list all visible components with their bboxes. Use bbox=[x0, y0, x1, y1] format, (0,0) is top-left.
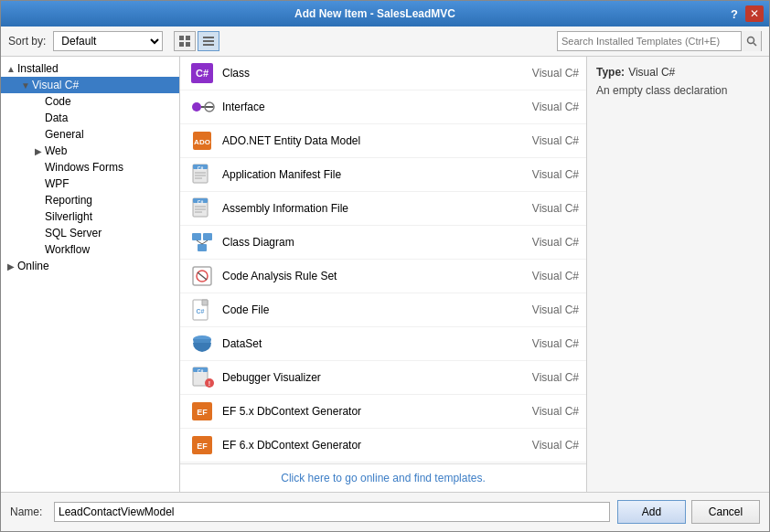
list-item[interactable]: Code Analysis Rule Set Visual C# bbox=[180, 260, 586, 293]
sidebar-item-data[interactable]: Data bbox=[1, 110, 179, 126]
sidebar-label-online: Online bbox=[17, 260, 49, 272]
sidebar-item-silverlight[interactable]: Silverlight bbox=[1, 208, 179, 225]
sidebar-item-online[interactable]: ▶ Online bbox=[1, 258, 179, 274]
name-input[interactable] bbox=[54, 502, 610, 522]
list-item[interactable]: C# Code File Visual C# bbox=[180, 293, 586, 327]
list-item[interactable]: C# ! Debugger Visualizer Visual C# bbox=[180, 361, 586, 395]
list-item[interactable]: EF EF 6.x DbContext Generator Visual C# bbox=[180, 429, 586, 463]
class-icon: C# bbox=[187, 60, 217, 86]
info-type-value: Visual C# bbox=[628, 66, 675, 79]
item-type-adonet: Visual C# bbox=[506, 134, 579, 147]
close-button[interactable]: ✕ bbox=[745, 5, 764, 22]
codefile-icon: C# bbox=[187, 297, 217, 323]
item-type-dataset: Visual C# bbox=[506, 337, 579, 350]
list-item[interactable]: EF EF 5.x DbContext Generator Visual C# bbox=[180, 395, 586, 429]
item-type-interface: Visual C# bbox=[506, 101, 579, 113]
add-button[interactable]: Add bbox=[617, 500, 686, 524]
bottom-bar: Name: Add Cancel bbox=[1, 492, 769, 531]
sidebar-label-sql-server: SQL Server bbox=[45, 227, 102, 239]
svg-rect-5 bbox=[203, 40, 214, 42]
online-link[interactable]: Click here to go online and find templat… bbox=[281, 472, 485, 484]
sidebar-item-windows-forms[interactable]: Windows Forms bbox=[1, 159, 179, 176]
manifest-icon: C# bbox=[187, 162, 217, 187]
sidebar-label-wpf: WPF bbox=[45, 177, 70, 190]
item-type-debugger: Visual C# bbox=[506, 371, 579, 384]
toggle-online: ▶ bbox=[5, 261, 17, 271]
cancel-button[interactable]: Cancel bbox=[691, 500, 760, 524]
sidebar-label-code: Code bbox=[45, 95, 71, 108]
title-bar: Add New Item - SalesLeadMVC ? ✕ bbox=[1, 1, 769, 27]
info-type-row: Type: Visual C# bbox=[596, 66, 760, 79]
interface-icon bbox=[187, 94, 217, 120]
online-link-bar: Click here to go online and find templat… bbox=[180, 463, 586, 492]
sort-select[interactable]: Default Name Type bbox=[53, 31, 163, 51]
item-type-assembly-info: Visual C# bbox=[506, 202, 579, 215]
search-input[interactable] bbox=[558, 36, 741, 47]
list-item[interactable]: Class Diagram Visual C# bbox=[180, 226, 586, 260]
ef6-icon: EF bbox=[187, 432, 217, 458]
list-item[interactable]: Interface Visual C# bbox=[180, 90, 586, 124]
grid-view-button[interactable] bbox=[174, 31, 196, 51]
sidebar-label-silverlight: Silverlight bbox=[45, 210, 92, 223]
svg-rect-4 bbox=[203, 37, 214, 38]
list-item[interactable]: ADO ADO.NET Entity Data Model Visual C# bbox=[180, 124, 586, 158]
debugger-icon: C# ! bbox=[187, 365, 217, 390]
svg-text:C#: C# bbox=[198, 368, 204, 374]
dataset-icon bbox=[187, 331, 217, 356]
list-item[interactable]: C# Class Visual C# bbox=[180, 57, 586, 90]
list-view-button[interactable] bbox=[198, 31, 219, 51]
svg-rect-30 bbox=[198, 244, 207, 251]
sidebar-item-workflow[interactable]: Workflow bbox=[1, 241, 179, 258]
sort-label: Sort by: bbox=[8, 35, 46, 48]
item-type-class-diagram: Visual C# bbox=[506, 236, 579, 249]
analysis-icon bbox=[187, 263, 217, 289]
list-item[interactable]: C# Application Manifest File Visual C# bbox=[180, 158, 586, 192]
assembly-icon: C# bbox=[187, 196, 217, 221]
item-name-class-diagram: Class Diagram bbox=[222, 236, 506, 249]
svg-text:!: ! bbox=[209, 380, 210, 387]
svg-rect-0 bbox=[179, 36, 184, 40]
sidebar: ▲ Installed ▼ Visual C# Code Data Genera… bbox=[1, 57, 180, 492]
item-name-class: Class bbox=[222, 67, 506, 80]
svg-text:C#: C# bbox=[198, 165, 204, 171]
item-name-interface: Interface bbox=[222, 101, 506, 113]
diagram-icon bbox=[187, 229, 217, 255]
item-name-debugger: Debugger Visualizer bbox=[222, 371, 506, 384]
item-type-code-analysis: Visual C# bbox=[506, 270, 579, 282]
svg-rect-29 bbox=[203, 233, 212, 240]
item-type-ef5: Visual C# bbox=[506, 405, 579, 418]
svg-line-32 bbox=[202, 240, 208, 244]
item-name-dataset: DataSet bbox=[222, 337, 506, 350]
adonet-icon: ADO bbox=[187, 128, 217, 154]
svg-text:C#: C# bbox=[197, 308, 205, 314]
item-name-adonet: ADO.NET Entity Data Model bbox=[222, 134, 506, 147]
sidebar-item-visual-cs[interactable]: ▼ Visual C# bbox=[1, 77, 179, 93]
sidebar-item-general[interactable]: General bbox=[1, 126, 179, 143]
sidebar-item-web[interactable]: ▶ Web bbox=[1, 143, 179, 159]
sidebar-item-sql-server[interactable]: SQL Server bbox=[1, 225, 179, 241]
item-type-code-file: Visual C# bbox=[506, 303, 579, 316]
sidebar-label-general: General bbox=[45, 128, 84, 141]
item-name-code-file: Code File bbox=[222, 303, 506, 316]
item-name-assembly-info: Assembly Information File bbox=[222, 202, 506, 215]
list-item[interactable]: DataSet Visual C# bbox=[180, 327, 586, 361]
search-icon-button[interactable] bbox=[741, 31, 761, 51]
ef5-icon: EF bbox=[187, 399, 217, 424]
sidebar-item-installed[interactable]: ▲ Installed bbox=[1, 60, 179, 77]
sidebar-item-code[interactable]: Code bbox=[1, 93, 179, 110]
list-item[interactable]: C# Assembly Information File Visual C# bbox=[180, 192, 586, 226]
info-description: An empty class declaration bbox=[596, 84, 760, 97]
svg-rect-2 bbox=[179, 42, 184, 47]
help-button[interactable]: ? bbox=[725, 5, 743, 22]
sidebar-label-data: Data bbox=[45, 112, 68, 124]
item-name-ef5: EF 5.x DbContext Generator bbox=[222, 405, 506, 418]
sidebar-item-reporting[interactable]: Reporting bbox=[1, 192, 179, 208]
toggle-web: ▶ bbox=[32, 146, 45, 156]
svg-line-31 bbox=[197, 240, 202, 244]
sidebar-item-wpf[interactable]: WPF bbox=[1, 176, 179, 192]
add-new-item-dialog: Add New Item - SalesLeadMVC ? ✕ Sort by:… bbox=[0, 0, 770, 532]
svg-line-8 bbox=[754, 43, 756, 46]
toggle-installed: ▲ bbox=[5, 64, 17, 74]
svg-marker-37 bbox=[202, 300, 208, 305]
item-type-class: Visual C# bbox=[506, 67, 579, 80]
